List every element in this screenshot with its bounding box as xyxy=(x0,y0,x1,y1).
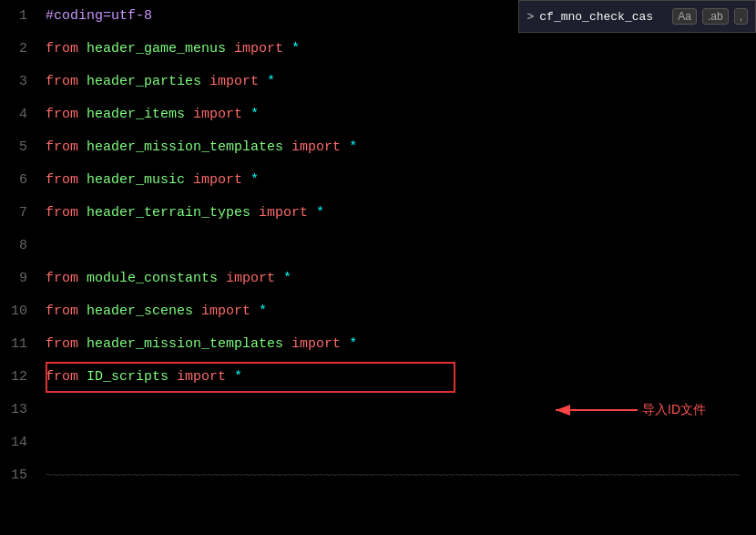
keyword-from: from xyxy=(46,74,78,89)
line-number: 11 xyxy=(0,328,46,361)
line-content: from header_mission_templates import * xyxy=(46,328,756,361)
code-line-9: 9 from module_constants import * xyxy=(0,262,756,295)
module-name: header_music xyxy=(87,172,185,188)
keyword-import: import xyxy=(291,336,341,352)
line-content: from module_constants import * xyxy=(46,262,756,295)
module-name: ID_scripts xyxy=(87,369,169,385)
keyword-from: from xyxy=(46,139,78,155)
line-number: 12 xyxy=(0,361,46,394)
line-content: from header_terrain_types import * xyxy=(46,197,756,230)
annotation-arrow-icon xyxy=(551,396,642,424)
keyword-import: import xyxy=(177,369,226,385)
line-number: 10 xyxy=(0,295,46,328)
line-number: 3 xyxy=(0,66,46,98)
code-line-5: 5 from header_mission_templates import * xyxy=(0,131,756,164)
line-number: 14 xyxy=(0,427,46,459)
line-number: 15 xyxy=(0,459,46,492)
star: * xyxy=(349,336,357,352)
match-word-button[interactable]: .ab xyxy=(702,8,729,25)
search-input[interactable] xyxy=(539,10,667,24)
keyword-from: from xyxy=(46,271,78,286)
code-line-4: 4 from header_items import * xyxy=(0,98,756,131)
line-number: 2 xyxy=(0,33,46,66)
comment-text: #coding=utf-8 xyxy=(46,8,152,24)
keyword-import: import xyxy=(259,205,308,221)
code-line-7: 7 from header_terrain_types import * xyxy=(0,197,756,230)
keyword-from: from xyxy=(46,205,78,221)
search-bar[interactable]: > Aa .ab , xyxy=(518,0,756,33)
code-editor: 1 #coding=utf-8 2 from header_game_menus… xyxy=(0,0,756,535)
keyword-import: import xyxy=(193,172,242,188)
star: * xyxy=(267,74,275,89)
keyword-from: from xyxy=(46,304,78,319)
line-content: from header_game_menus import * xyxy=(46,33,756,66)
line-number: 13 xyxy=(0,394,46,427)
annotation-text: 导入ID文件 xyxy=(642,402,706,418)
code-line-15: 15 ~~~~~~~~~~~~~~~~~~~~~~~~~~~~~~~~~~~~~… xyxy=(0,459,756,478)
module-name: header_mission_templates xyxy=(87,336,283,352)
line-content: from header_scenes import * xyxy=(46,295,756,328)
module-name: module_constants xyxy=(87,271,218,286)
star: * xyxy=(291,41,300,57)
module-name: header_scenes xyxy=(87,304,193,319)
line-content: from header_mission_templates import * xyxy=(46,131,756,164)
keyword-from: from xyxy=(46,41,78,57)
star: * xyxy=(316,205,324,221)
keyword-from: from xyxy=(46,369,78,385)
line-number: 8 xyxy=(0,230,46,262)
squiggly-line: ~~~~~~~~~~~~~~~~~~~~~~~~~~~~~~~~~~~~~~~~… xyxy=(46,459,740,492)
keyword-from: from xyxy=(46,107,78,122)
code-line-14: 14 xyxy=(0,427,756,459)
keyword-from: from xyxy=(46,336,78,352)
module-name: header_mission_templates xyxy=(87,139,283,155)
code-line-6: 6 from header_music import * xyxy=(0,164,756,197)
keyword-import: import xyxy=(226,271,275,286)
line-number: 7 xyxy=(0,197,46,230)
module-name: header_game_menus xyxy=(87,41,226,57)
code-line-8: 8 xyxy=(0,230,756,262)
star: * xyxy=(259,304,267,319)
code-line-11: 11 from header_mission_templates import … xyxy=(0,328,756,361)
keyword-from: from xyxy=(46,172,78,188)
module-name: header_terrain_types xyxy=(87,205,250,221)
star: * xyxy=(349,139,357,155)
line-number: 4 xyxy=(0,98,46,131)
star: * xyxy=(234,369,242,385)
code-line-3: 3 from header_parties import * xyxy=(0,66,756,98)
line-number: 5 xyxy=(0,131,46,164)
keyword-import: import xyxy=(291,139,341,155)
module-name: header_parties xyxy=(87,74,201,89)
keyword-import: import xyxy=(193,107,242,122)
code-line-10: 10 from header_scenes import * xyxy=(0,295,756,328)
keyword-import: import xyxy=(234,41,283,57)
code-line-12: 12 from ID_scripts import * xyxy=(0,361,756,394)
line-number: 6 xyxy=(0,164,46,197)
code-line-2: 2 from header_game_menus import * xyxy=(0,33,756,66)
match-case-button[interactable]: Aa xyxy=(672,8,697,25)
star: * xyxy=(283,271,291,286)
star: * xyxy=(250,172,259,188)
module-name: header_items xyxy=(87,107,185,122)
line-content: from ID_scripts import * xyxy=(46,361,756,394)
line-content: from header_music import * xyxy=(46,164,756,197)
line-number: 9 xyxy=(0,262,46,295)
more-options-button[interactable]: , xyxy=(734,8,748,25)
star: * xyxy=(250,107,259,122)
keyword-import: import xyxy=(201,304,250,319)
annotation-group: 导入ID文件 xyxy=(551,396,706,424)
line-number: 1 xyxy=(0,0,46,33)
line-content: from header_parties import * xyxy=(46,66,756,98)
keyword-import: import xyxy=(209,74,259,89)
line-content: from header_items import * xyxy=(46,98,756,131)
search-expand-icon: > xyxy=(526,10,534,24)
